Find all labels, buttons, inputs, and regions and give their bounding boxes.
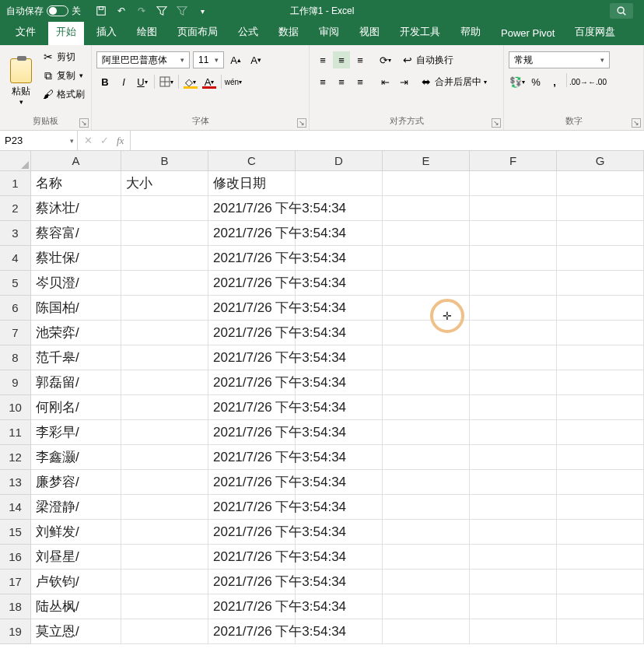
cell[interactable]: 陈国柏/ <box>31 296 121 321</box>
qat-customize-icon[interactable]: ▾ <box>196 5 208 17</box>
cell[interactable] <box>121 520 208 545</box>
cell[interactable]: 蔡容富/ <box>31 221 121 246</box>
cell[interactable]: 2021/7/26 下午3:54:34 <box>208 370 296 395</box>
cell[interactable] <box>557 470 644 495</box>
bold-button[interactable]: B <box>96 73 114 90</box>
cell[interactable]: 何刚名/ <box>31 395 121 420</box>
cell[interactable] <box>470 221 557 246</box>
dialog-launcher-icon[interactable]: ↘ <box>79 118 89 128</box>
formula-input[interactable] <box>131 131 644 150</box>
cell[interactable]: 2021/7/26 下午3:54:34 <box>208 570 296 594</box>
row-header[interactable]: 19 <box>0 619 31 644</box>
dialog-launcher-icon[interactable]: ↘ <box>632 118 641 128</box>
comma-button[interactable]: , <box>546 73 563 90</box>
cell[interactable] <box>121 445 208 470</box>
tab-数据[interactable]: 数据 <box>271 20 306 45</box>
number-format-combo[interactable]: 常规▾ <box>509 51 610 68</box>
cell[interactable] <box>121 545 208 570</box>
decrease-decimal-button[interactable]: ←.00 <box>589 73 606 90</box>
tab-页面布局[interactable]: 页面布局 <box>170 20 226 45</box>
cell[interactable] <box>470 395 557 420</box>
cell[interactable] <box>121 470 208 495</box>
cell[interactable] <box>383 545 470 570</box>
cell[interactable] <box>121 271 208 296</box>
increase-decimal-button[interactable]: .00→ <box>570 73 587 90</box>
column-header-G[interactable]: G <box>557 151 644 171</box>
save-icon[interactable] <box>95 5 107 17</box>
cell[interactable]: 2021/7/26 下午3:54:34 <box>208 271 296 296</box>
cell[interactable] <box>470 370 557 395</box>
cell[interactable] <box>557 196 644 221</box>
italic-button[interactable]: I <box>115 73 132 90</box>
row-header[interactable]: 12 <box>0 445 31 470</box>
column-header-A[interactable]: A <box>31 151 121 171</box>
cell[interactable]: 大小 <box>121 171 208 196</box>
cell[interactable]: 卢钦钧/ <box>31 570 121 594</box>
dialog-launcher-icon[interactable]: ↘ <box>492 118 501 128</box>
cell[interactable] <box>557 495 644 520</box>
cell[interactable] <box>383 271 470 296</box>
cell[interactable]: 岑贝澄/ <box>31 271 121 296</box>
cell[interactable]: 刘鲜发/ <box>31 520 121 545</box>
column-header-F[interactable]: F <box>470 151 557 171</box>
cell[interactable]: 梁澄静/ <box>31 495 121 520</box>
cell[interactable]: 2021/7/26 下午3:54:34 <box>208 545 296 570</box>
tab-开发工具[interactable]: 开发工具 <box>392 20 448 45</box>
row-header[interactable]: 1 <box>0 171 31 196</box>
cell[interactable] <box>383 420 470 445</box>
cell[interactable]: 蔡壮保/ <box>31 246 121 271</box>
increase-font-button[interactable]: A▴ <box>227 51 244 68</box>
tab-审阅[interactable]: 审阅 <box>311 20 347 45</box>
cell[interactable] <box>383 246 470 271</box>
cell[interactable] <box>121 221 208 246</box>
cell[interactable] <box>121 570 208 594</box>
cell[interactable]: 2021/7/26 下午3:54:34 <box>208 445 296 470</box>
redo-icon[interactable]: ↷ <box>135 5 148 17</box>
cell[interactable] <box>557 570 644 594</box>
phonetic-button[interactable]: wén▾ <box>225 73 242 90</box>
cell[interactable]: 池荣弈/ <box>31 321 121 345</box>
paste-button[interactable]: 粘贴 ▾ <box>5 48 37 115</box>
cell[interactable] <box>470 196 557 221</box>
filter-icon[interactable] <box>156 5 168 17</box>
fill-color-button[interactable]: ◇▾ <box>182 73 199 90</box>
cell[interactable] <box>470 570 557 594</box>
cell[interactable] <box>383 495 470 520</box>
cell[interactable] <box>557 345 644 370</box>
row-header[interactable]: 15 <box>0 520 31 545</box>
tab-Power Pivot[interactable]: Power Pivot <box>493 23 562 45</box>
font-name-combo[interactable]: 阿里巴巴普惠体▾ <box>96 51 190 68</box>
orientation-button[interactable]: ⟳▾ <box>376 51 394 68</box>
font-size-combo[interactable]: 11▾ <box>193 51 224 68</box>
cell[interactable] <box>470 495 557 520</box>
cell[interactable] <box>470 321 557 345</box>
cell[interactable] <box>557 395 644 420</box>
autosave-toggle[interactable]: 自动保存 关 <box>0 5 87 18</box>
cell[interactable]: 廉梦容/ <box>31 470 121 495</box>
cell[interactable] <box>383 570 470 594</box>
cell[interactable]: 2021/7/26 下午3:54:34 <box>208 296 296 321</box>
tab-帮助[interactable]: 帮助 <box>453 20 488 45</box>
cell[interactable] <box>383 395 470 420</box>
row-header[interactable]: 7 <box>0 321 31 345</box>
cell[interactable] <box>557 221 644 246</box>
cell[interactable] <box>296 171 383 196</box>
cell[interactable]: 2021/7/26 下午3:54:34 <box>208 594 296 619</box>
cell[interactable] <box>121 196 208 221</box>
align-center-button[interactable]: ≡ <box>333 73 350 90</box>
cell[interactable] <box>557 445 644 470</box>
cell[interactable] <box>470 545 557 570</box>
cell[interactable]: 名称 <box>31 171 121 196</box>
cell[interactable]: 郭磊留/ <box>31 370 121 395</box>
cell[interactable] <box>470 420 557 445</box>
cell[interactable] <box>383 171 470 196</box>
row-header[interactable]: 18 <box>0 594 31 619</box>
cell[interactable] <box>121 495 208 520</box>
cell[interactable]: 范千皋/ <box>31 345 121 370</box>
cell[interactable] <box>121 370 208 395</box>
column-header-C[interactable]: C <box>208 151 296 171</box>
cell[interactable] <box>557 321 644 345</box>
row-header[interactable]: 14 <box>0 495 31 520</box>
cell[interactable] <box>383 370 470 395</box>
cell[interactable] <box>121 594 208 619</box>
